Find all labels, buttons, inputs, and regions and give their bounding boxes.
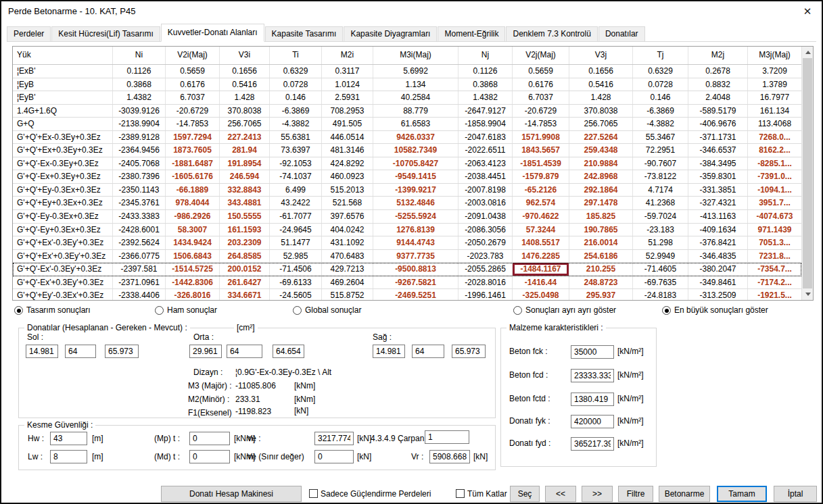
value-cell[interactable]: 9144.4743 [373, 236, 458, 249]
value-cell[interactable]: 334.6671 [220, 289, 270, 300]
column-header[interactable]: V2j(Maj) [513, 47, 569, 64]
value-cell[interactable]: -327.4321 [688, 197, 748, 209]
value-cell[interactable]: 259.4348 [569, 144, 633, 157]
value-cell[interactable]: 7231.8... [748, 250, 801, 263]
value-cell[interactable]: -90.7607 [633, 157, 688, 170]
value-cell[interactable]: 210.9884 [569, 157, 633, 170]
value-cell[interactable]: 256.7065 [220, 118, 270, 130]
value-cell[interactable]: 41.2368 [633, 197, 688, 209]
value-cell[interactable]: -1921.5... [748, 289, 801, 300]
value-cell[interactable]: 1571.9908 [513, 131, 569, 144]
value-cell[interactable]: 256.7065 [569, 118, 633, 130]
value-cell[interactable]: -2380.7396 [113, 170, 166, 183]
value-cell[interactable]: -7391.0... [748, 170, 801, 183]
tamam-button[interactable]: Tamam [717, 486, 767, 502]
value-cell[interactable]: -7354.7... [748, 263, 801, 276]
column-header[interactable]: V2i(Maj) [166, 47, 220, 64]
lw-field[interactable] [50, 450, 87, 463]
value-cell[interactable]: 0.146 [270, 91, 322, 104]
column-header[interactable]: M3i(Maj) [373, 47, 458, 64]
value-cell[interactable]: -61.7077 [270, 210, 322, 223]
value-cell[interactable]: 521.568 [322, 197, 373, 209]
value-cell[interactable]: 52.9949 [633, 250, 688, 263]
radio-tasarim-sonuclari[interactable]: Tasarım sonuçları [14, 305, 91, 315]
load-case-cell[interactable]: G'+Q'+Ey+0.3Ex+0.3Ez [13, 197, 113, 209]
radio-en-buyuk-sonuclar[interactable]: En büyük sonuçları göster [662, 305, 768, 315]
value-cell[interactable]: 1873.7605 [166, 144, 220, 157]
tab-moment-egrilik[interactable]: Moment-Eğrilik [438, 26, 505, 41]
value-cell[interactable]: 424.8292 [322, 157, 373, 170]
value-cell[interactable]: -14.7853 [166, 118, 220, 130]
value-cell[interactable]: -2392.5624 [113, 236, 166, 249]
table-row[interactable]: G'+Q'-Ex'-0.3Ey'+0.3Ez-2397.581-1514.572… [13, 263, 801, 276]
table-row[interactable]: G'+Q'-Ex+0.3Ey+0.3Ez-2380.7396-1605.6176… [13, 170, 801, 184]
value-cell[interactable]: 51.1477 [270, 236, 322, 249]
value-cell[interactable]: 58.3007 [166, 224, 220, 236]
donati-fyk-field[interactable] [571, 415, 614, 428]
value-cell[interactable]: 3.7209 [748, 65, 801, 78]
value-cell[interactable]: 150.5555 [220, 210, 270, 223]
betonarme-button[interactable]: Betonarme [659, 486, 710, 502]
value-cell[interactable]: 5.6992 [373, 65, 458, 78]
donati-fyd-field[interactable] [571, 437, 614, 451]
value-cell[interactable]: -1858.9904 [458, 118, 513, 130]
load-case-cell[interactable]: G'+Q'+Ex'+0.3Ey'+0.3Ez [13, 250, 113, 263]
beton-fck-field[interactable] [571, 345, 614, 359]
load-case-cell[interactable]: G'+Q'-Ey-0.3Ex+0.3Ez [13, 210, 113, 223]
value-cell[interactable]: 0.5659 [513, 65, 569, 78]
beton-fctd-field[interactable] [571, 393, 614, 406]
value-cell[interactable]: -6.3869 [270, 105, 322, 118]
table-row[interactable]: G'+Q'+Ex'+0.3Ey'+0.3Ez-2366.07751506.684… [13, 250, 801, 263]
table-row[interactable]: G+Q-2138.9904-14.7853256.7065-4.3882491.… [13, 118, 801, 131]
load-case-cell[interactable]: ¦ExB' [13, 65, 113, 78]
value-cell[interactable]: 10582.7349 [373, 144, 458, 157]
next-button[interactable]: >> [582, 486, 613, 502]
value-cell[interactable]: -326.8016 [166, 289, 220, 300]
load-case-cell[interactable]: G+Q [13, 118, 113, 130]
value-cell[interactable]: -1881.6487 [166, 157, 220, 170]
value-cell[interactable]: 0.5416 [220, 78, 270, 91]
value-cell[interactable]: 43.2422 [270, 197, 322, 209]
value-cell[interactable]: -384.3495 [688, 157, 748, 170]
column-header[interactable]: V3j [569, 47, 633, 64]
value-cell[interactable]: -986.2926 [166, 210, 220, 223]
value-cell[interactable]: -2023.783 [458, 250, 513, 263]
value-cell[interactable]: -24.9645 [270, 224, 322, 236]
value-cell[interactable]: 708.2953 [322, 105, 373, 118]
value-cell[interactable]: -2028.8016 [458, 276, 513, 289]
orta-gereken-field[interactable] [227, 345, 262, 358]
value-cell[interactable]: 971.1439 [748, 224, 801, 236]
value-cell[interactable]: -2138.9904 [113, 118, 166, 130]
value-cell[interactable]: 343.4881 [220, 197, 270, 209]
value-cell[interactable]: 5132.4846 [373, 197, 458, 209]
value-cell[interactable]: -325.0498 [513, 289, 569, 300]
value-cell[interactable]: -406.9676 [688, 118, 748, 130]
value-cell[interactable]: 0.6176 [166, 78, 220, 91]
value-cell[interactable]: 3951.7... [748, 197, 801, 209]
value-cell[interactable]: 190.7865 [569, 224, 633, 236]
value-cell[interactable]: 332.8843 [220, 184, 270, 197]
load-case-cell[interactable]: G'+Q'-Ex-0.3Ey+0.3Ez [13, 157, 113, 170]
value-cell[interactable]: 61.6583 [373, 118, 458, 130]
value-cell[interactable]: -589.5179 [688, 105, 748, 118]
value-cell[interactable]: 370.8038 [220, 105, 270, 118]
value-cell[interactable]: 297.1478 [569, 197, 633, 209]
previous-button[interactable]: << [545, 486, 576, 502]
column-header[interactable]: Tj [633, 47, 688, 64]
value-cell[interactable]: -8285.1... [748, 157, 801, 170]
beton-fcd-field[interactable] [571, 369, 614, 382]
value-cell[interactable]: 7268.0... [748, 131, 801, 144]
value-cell[interactable]: -2038.4451 [458, 170, 513, 183]
table-row[interactable]: G'+Q'+Ey'-0.3Ex'+0.3Ez-2338.4406-326.801… [13, 289, 801, 300]
mp-field[interactable] [189, 432, 230, 445]
value-cell[interactable]: -20.6729 [166, 105, 220, 118]
table-row[interactable]: ¦EyB0.38680.61760.54160.07281.01241.1340… [13, 78, 801, 92]
value-cell[interactable]: -65.2126 [513, 184, 569, 197]
value-cell[interactable]: 6.499 [270, 184, 322, 197]
value-cell[interactable]: 460.0923 [322, 170, 373, 183]
radio-ham-sonuclar[interactable]: Ham sonuçlar [155, 305, 217, 315]
value-cell[interactable]: 73.6397 [270, 144, 322, 157]
value-cell[interactable]: 254.6186 [569, 250, 633, 263]
value-cell[interactable]: -2364.9456 [113, 144, 166, 157]
value-cell[interactable]: -69.6133 [270, 276, 322, 289]
